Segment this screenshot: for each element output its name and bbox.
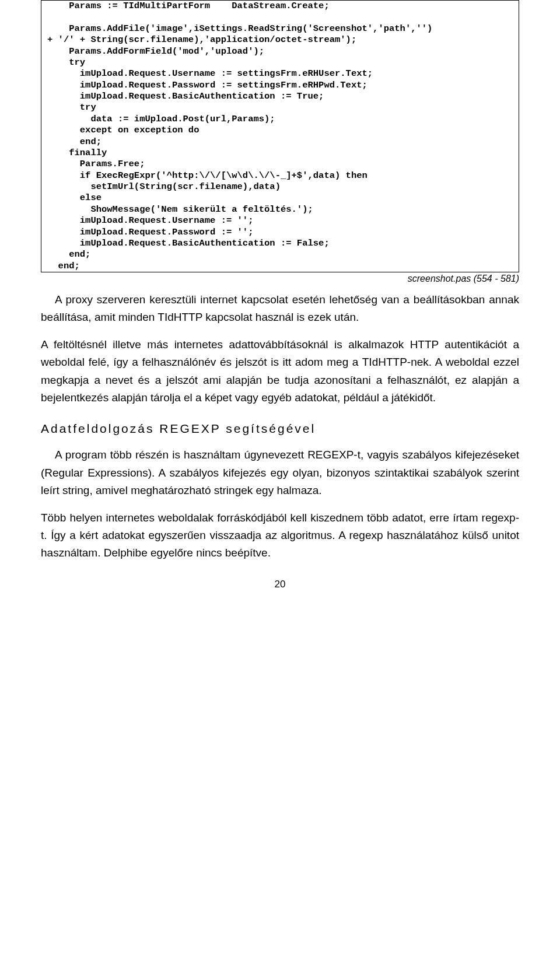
code-block: Params := TIdMultiPartForm DataStream.Cr… [41,0,519,272]
paragraph-1: A proxy szerveren keresztüli internet ka… [41,291,519,327]
section-heading: Adatfeldolgozás REGEXP segítségével [41,422,519,436]
code-content: Params := TIdMultiPartForm DataStream.Cr… [47,1,513,272]
paragraph-2: A feltöltésnél illetve más internetes ad… [41,336,519,407]
page-number: 20 [41,579,519,590]
document-page: Params := TIdMultiPartForm DataStream.Cr… [0,0,560,608]
code-caption: screenshot.pas (554 - 581) [41,274,519,284]
paragraph-4: Több helyen internetes weboldalak forrás… [41,509,519,562]
paragraph-3: A program több részén is használtam úgyn… [41,446,519,499]
